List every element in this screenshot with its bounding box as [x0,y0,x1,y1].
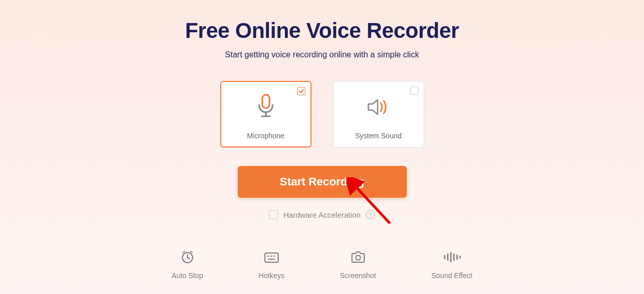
system-sound-label: System Sound [355,132,402,140]
start-recording-button[interactable]: Start Recording [238,166,407,198]
hotkeys-label: Hotkeys [259,271,285,280]
hardware-acceleration-label: Hardware Acceleration [283,211,361,219]
keyboard-icon [264,250,279,264]
microphone-checkbox-icon [297,87,305,95]
svg-rect-0 [262,95,269,108]
microphone-card[interactable]: Microphone [220,81,311,148]
camera-icon [350,250,366,264]
hardware-acceleration-row: Hardware Acceleration ? [269,210,375,219]
svg-line-7 [191,251,192,253]
auto-stop-label: Auto Stop [172,271,203,280]
hardware-acceleration-checkbox[interactable] [269,210,278,219]
speaker-icon [366,93,391,121]
page-subtitle: Start getting voice recording online wit… [225,50,419,59]
page-title: Free Online Voice Recorder [185,18,459,43]
system-sound-card[interactable]: System Sound [333,81,424,148]
screenshot-label: Screenshot [340,271,376,280]
svg-point-13 [356,256,360,260]
microphone-label: Microphone [247,132,284,140]
sound-effect-label: Sound Effect [431,271,472,280]
hotkeys-feature[interactable]: Hotkeys [259,250,285,280]
help-icon[interactable]: ? [366,210,375,219]
auto-stop-feature[interactable]: Auto Stop [172,250,203,280]
system-sound-checkbox-icon [410,87,419,95]
clock-icon [180,250,195,264]
sound-effect-feature[interactable]: Sound Effect [431,250,472,280]
sound-wave-icon [443,250,461,264]
microphone-icon [256,93,276,121]
svg-rect-8 [265,253,278,262]
source-selection: Microphone System Sound [220,81,424,148]
features-row: Auto Stop Hotkeys Screens [172,250,472,280]
svg-line-5 [188,258,190,259]
svg-line-6 [183,251,184,253]
screenshot-feature[interactable]: Screenshot [340,250,376,280]
